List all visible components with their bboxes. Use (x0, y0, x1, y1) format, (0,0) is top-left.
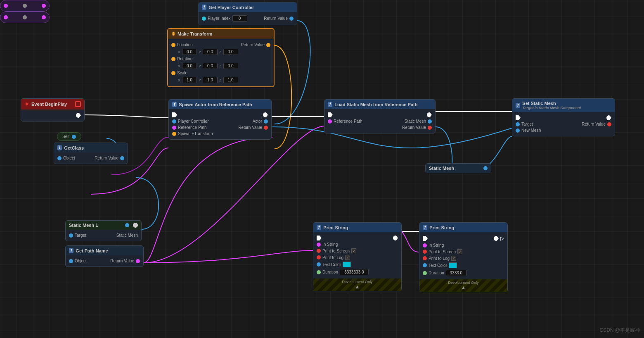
return-val-pin (428, 126, 432, 130)
node-header: Static Mesh (426, 164, 491, 173)
node-title: Make Transform (178, 31, 212, 36)
event-box (75, 101, 81, 107)
exec-in (516, 115, 521, 120)
node-title: Print String (323, 225, 348, 230)
node-title: GetClass (64, 145, 84, 150)
node-header: f Load Static Mesh from Reference Path (324, 100, 435, 109)
watermark: CSDN @不是耀神 (599, 327, 640, 334)
color-swatch[interactable] (343, 262, 351, 267)
print-log-check[interactable]: ✓ (345, 255, 350, 260)
ref-path-pin (172, 126, 176, 130)
return-value-pin (289, 17, 294, 21)
white-dot (133, 223, 138, 228)
make-transform-node: ⊕ Make Transform Location Return Value X… (167, 28, 275, 87)
in-string-pin (423, 243, 427, 248)
node-header: ✦ Event BeginPlay (21, 99, 84, 109)
static-mesh-1-node: Static Mesh 1 Target Static Mesh (65, 220, 142, 241)
node-title: Get Path Name (76, 248, 108, 253)
event-icon: ✦ (24, 101, 29, 107)
func-icon: f (57, 145, 62, 150)
node-header: f Get Path Name (66, 246, 143, 255)
dev-only-bar: Development Only ▲ (419, 279, 507, 292)
node-header: f Get Player Controller (199, 2, 297, 12)
mesh1-out-pin (125, 223, 129, 227)
static-mesh-var-node: Static Mesh (425, 163, 491, 173)
node-title: Static Mesh (429, 166, 454, 171)
exec-in (172, 112, 177, 117)
print-log-check[interactable]: ✓ (451, 256, 456, 261)
get-player-controller-node: f Get Player Controller Player Index 0 R… (198, 2, 297, 25)
load-static-mesh-node: f Load Static Mesh from Reference Path R… (324, 99, 436, 133)
node-subtitle: Target is Static Mesh Component (522, 106, 581, 110)
print-string-1-node: f Print String In String Print to Screen… (313, 222, 402, 291)
pin-left (4, 4, 8, 8)
target-pin (516, 122, 520, 126)
exec-out (263, 112, 268, 117)
set-static-mesh-node: f Set Static Mesh Target is Static Mesh … (512, 98, 615, 136)
pin-right (42, 15, 46, 19)
return-pin (266, 43, 270, 47)
pin-right (42, 4, 46, 8)
color-swatch[interactable] (449, 262, 457, 268)
node-header: f GetClass (54, 143, 128, 152)
purple-node-2 (0, 12, 50, 23)
get-path-name-node: f Get Path Name Object Return Value (65, 245, 144, 267)
player-index-pin (202, 17, 206, 21)
exec-out (76, 113, 81, 118)
self-node: Self (57, 132, 81, 141)
pin-left (4, 15, 8, 19)
loc-pin (171, 43, 175, 47)
rot-pin (171, 57, 175, 61)
print-screen-check[interactable]: ✓ (457, 249, 462, 254)
node-title: Static Mesh 1 (69, 223, 98, 228)
exec-out (606, 115, 611, 120)
print-screen-check[interactable]: ✓ (351, 248, 356, 253)
obj-in-pin (57, 156, 62, 160)
node-title: Set Static Mesh (522, 101, 581, 106)
exec-in (328, 112, 333, 117)
actor-pin (264, 119, 268, 124)
obj-in-pin (69, 259, 73, 263)
node-header: f Print String (313, 223, 401, 232)
print-screen-pin (317, 249, 321, 253)
func-icon: f (317, 225, 321, 230)
scale-pin (171, 71, 175, 75)
duration-pin (423, 271, 427, 275)
node-header: f Spawn Actor from Reference Path (169, 100, 271, 109)
mesh-out-pin (483, 166, 488, 170)
node-title: Spawn Actor from Reference Path (179, 102, 252, 107)
text-color-pin (423, 263, 427, 267)
print-screen-pin (423, 250, 427, 254)
func-icon: f (202, 5, 206, 10)
node-title: Event BeginPlay (31, 102, 67, 107)
func-icon: f (328, 102, 332, 107)
return-val-pin (264, 126, 268, 130)
output-arrow: ▷ (500, 236, 504, 241)
exec-in (423, 236, 428, 241)
node-header: ⊕ Make Transform (168, 29, 274, 39)
new-mesh-pin (516, 129, 520, 133)
spawn-actor-node: f Spawn Actor from Reference Path Player… (168, 99, 272, 140)
return-pin (120, 156, 124, 160)
event-begin-play-node: ✦ Event BeginPlay (21, 98, 85, 121)
exec-out (393, 236, 398, 240)
node-header: f Print String (419, 223, 507, 232)
return-pin (136, 259, 140, 263)
self-out-pin (72, 135, 76, 139)
target-in-pin (69, 233, 73, 238)
exec-out (494, 236, 499, 241)
in-string-pin (317, 243, 321, 247)
node-title: Load Static Mesh from Reference Path (334, 102, 417, 107)
node-header: Static Mesh 1 (66, 221, 141, 230)
duration-pin (317, 270, 321, 274)
dev-only-bar: Development Only ▲ (313, 278, 401, 291)
transform-icon: ⊕ (171, 31, 175, 37)
purple-node-1 (0, 0, 50, 12)
getclass-node: f GetClass Object Return Value (54, 143, 128, 164)
pin-center (23, 15, 27, 19)
ref-path-pin (328, 119, 332, 124)
func-icon: f (423, 225, 427, 230)
func-icon: f (516, 103, 520, 108)
player-ctrl-pin (172, 119, 176, 124)
spawn-transform-pin (172, 132, 176, 136)
